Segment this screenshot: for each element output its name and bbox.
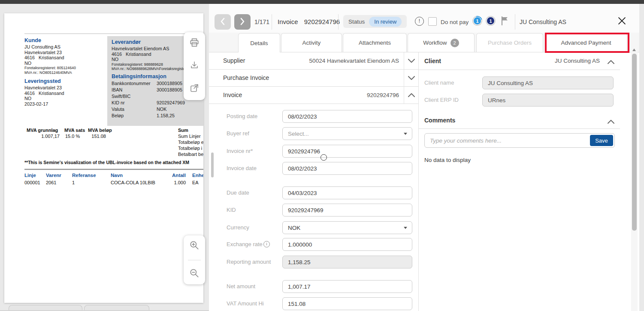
workflow-step-badge-2[interactable]: 1 [486,16,496,26]
doc-items-header: Navn [111,173,123,178]
exchange-rate-input[interactable] [282,238,412,251]
client-comments-column: Client JU Consulting AS Client name Clie… [418,52,620,311]
accordion-purchase-invoice[interactable]: Purchase Invoice [209,70,418,87]
chevron-up-icon[interactable] [608,118,614,125]
zoom-out-button[interactable] [187,267,202,281]
workflow-count-badge: 2 [450,39,459,47]
doc-mva-header: MVA beløp [88,128,112,133]
vat-amount-hi-label: VAT Amount Hi [227,297,264,310]
doc-mva-value: 1.007,17 [27,134,60,139]
doc-items-header: Enhe [192,173,203,178]
document-divider [24,169,203,170]
previous-invoice-button[interactable] [215,14,231,30]
tab-details[interactable]: Details [238,33,280,52]
invoice-nr-input[interactable] [282,145,412,158]
client-header-value: JU Consulting AS [555,52,600,70]
status-group: Status In review [343,15,407,28]
download-icon [189,60,200,72]
info-icon[interactable]: i [263,241,270,247]
document-top-rule [24,34,203,34]
client-header-label: Client [424,52,441,70]
chevron-up-icon[interactable] [404,87,418,104]
buyer-ref-label: Buyer ref [227,127,249,140]
kid-input[interactable] [282,204,412,216]
close-icon [618,17,626,27]
doc-items-header: Antall [166,173,186,178]
save-comment-button[interactable]: Save [590,135,613,146]
cursor-indicator [320,154,327,161]
alert-icon[interactable]: ! [415,17,424,26]
chevron-down-icon[interactable] [404,52,418,69]
status-label: Status [348,18,365,25]
accordion-supplier[interactable]: Supplier 50024 Havnekvartalet Eiendom AS [209,52,418,70]
client-section-header[interactable]: Client JU Consulting AS [419,52,620,70]
document-customer-block: Kunde JU Consulting AS Havnekvartalet 23… [24,37,108,107]
zoom-out-icon [189,268,200,281]
header-client-name: JU Consulting AS [520,18,566,25]
doc-item-cell: 1 [72,180,75,185]
close-button[interactable] [617,16,627,27]
net-amount-input[interactable] [282,280,412,293]
top-window-strip [0,0,644,4]
invoice-title-number: 9202924796 [304,18,340,25]
tab-activity[interactable]: Activity [281,33,342,52]
tab-workflow[interactable]: Workflow 2 [408,33,475,52]
zoom-toolbar [184,235,205,284]
doc-leveringssted-line: 4616 Kristiansand [24,91,108,96]
caret-down-icon [404,133,407,135]
print-button[interactable] [187,36,202,51]
doc-leveringssted-line: 2023-02-17 [24,101,108,107]
do-not-pay-label: Do not pay [441,19,469,25]
doc-leveringssted-heading: Leveringssted [24,78,108,84]
doc-item-cell: 2061 [46,180,56,185]
posting-date-input[interactable] [282,110,412,123]
app-root: Kunde JU Consulting AS Havnekvartalet 23… [0,0,644,311]
doc-kunde-mvanr: MVA nr.: NO805124640MVA [24,70,108,75]
accordion-invoice[interactable]: Invoice 9202924796 [209,87,418,104]
doc-kunde-line: 4616 Kristiansand [24,55,108,61]
document-note: **This is Semine's visualization of the … [24,160,189,165]
do-not-pay-checkbox[interactable] [428,17,437,26]
tab-attachments[interactable]: Attachments [343,33,407,52]
document-vat-summary: MVA grunnlag MVA sats MVA beløp 1.007,17… [27,128,203,158]
download-button[interactable] [187,59,202,73]
next-invoice-button[interactable] [234,14,251,30]
field-net-amount: Net amount [209,280,418,293]
invoice-document-preview: Kunde JU Consulting AS Havnekvartalet 23… [4,13,203,303]
flag-icon[interactable] [500,16,509,27]
posting-date-label: Posting date [227,110,257,123]
currency-select[interactable] [282,221,412,234]
chevron-up-icon[interactable] [608,58,614,66]
document-line-items: Linje Varenr Referanse Navn Antall Enhe … [24,173,203,190]
doc-sum-heading: Sum [178,128,188,133]
doc-item-cell: EA [192,180,199,185]
workflow-step-badge-1[interactable]: 1 [471,14,484,27]
net-amount-label: Net amount [227,280,255,293]
buyer-ref-select[interactable] [282,127,412,140]
supplier-section-value: 50024 Havnekvartalet Eiendom AS [309,52,399,69]
zoom-in-button[interactable] [187,239,202,253]
doc-betaling-row: Beløp 1.158,25 [112,113,199,119]
invoice-section-value: 9202924796 [367,87,399,104]
client-name-input [482,76,614,89]
invoice-title-label: Invoice [278,18,298,25]
invoice-date-input[interactable] [282,162,412,175]
toolbar-divider [188,260,201,260]
doc-sum-line: Totalbeløp e [178,140,203,145]
vat-amount-hi-input[interactable] [282,297,412,310]
reporting-amount-label: Reporting amount [227,256,271,268]
scrollbar-up-arrow[interactable] [632,49,636,51]
detail-scrollbar-thumb[interactable] [632,54,637,231]
comment-input[interactable] [424,133,615,148]
open-external-button[interactable] [187,82,202,96]
kid-label: KID [227,204,236,216]
comments-section-header[interactable]: Comments [419,113,620,129]
tab-purchase-orders: Purchase Orders [476,33,543,52]
doc-item-cell: 000001 [24,180,40,185]
chevron-left-icon [220,18,225,27]
chevron-down-icon[interactable] [404,70,418,86]
preview-scrollbar-thumb[interactable] [211,152,214,177]
reporting-amount-input [282,256,412,268]
due-date-input[interactable] [282,186,412,199]
doc-item-cell: COCA-COLA 10LBIB [111,180,155,185]
